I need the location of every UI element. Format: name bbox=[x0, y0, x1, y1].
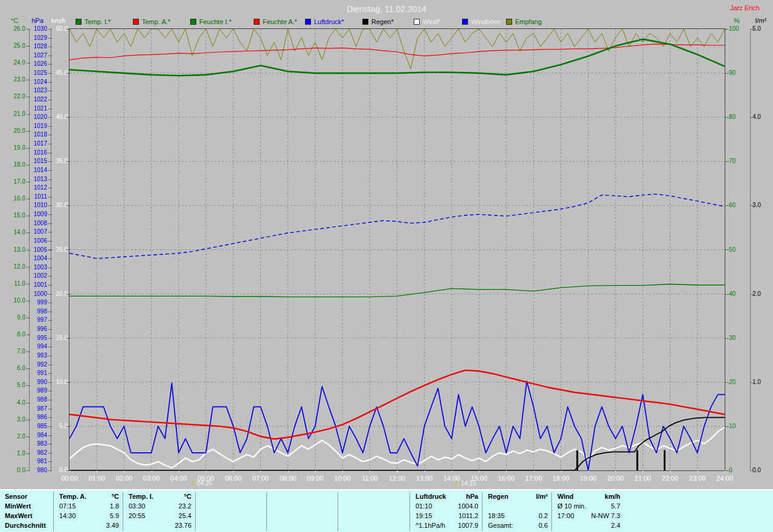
x-axis-label: 24:00 bbox=[716, 475, 733, 481]
x-axis-label: 16:00 bbox=[498, 475, 515, 481]
table-column-header: Temp. A.°C bbox=[53, 492, 123, 501]
x-axis-label: 10:00 bbox=[334, 475, 351, 481]
table-cell: 07:151.8 bbox=[53, 502, 123, 511]
axis-tick-label: 20.0 bbox=[14, 128, 25, 134]
axis-tick-label: 1005 bbox=[34, 247, 47, 253]
legend-label: Regen* bbox=[371, 19, 394, 25]
legend-item-temp-a[interactable]: Temp. A.* bbox=[133, 18, 170, 25]
axis-tick-label: 16.0 bbox=[14, 196, 25, 202]
axis-tick-label: 20 bbox=[729, 379, 736, 385]
table-cell: ^1.1hPa/h1007.9 bbox=[409, 521, 482, 530]
legend-item-windboeen[interactable]: Windböen bbox=[462, 18, 501, 25]
axis-tick-label: 1029 bbox=[34, 35, 47, 41]
cell-value: 23.76 bbox=[175, 521, 195, 530]
axis-tick-label: 1001 bbox=[34, 282, 47, 288]
axis-tick-label: 22.0 bbox=[14, 94, 25, 100]
axis-tick-label: 980 bbox=[37, 467, 47, 473]
axis-unit-hpa: hPa bbox=[31, 17, 43, 24]
table-cell: 23.76 bbox=[123, 521, 195, 530]
legend-item-luftdruck[interactable]: Luftdruck* bbox=[305, 18, 344, 25]
x-axis-label: 09:00 bbox=[307, 475, 324, 481]
table-cell bbox=[482, 502, 551, 511]
axis-ticks-hpa bbox=[48, 29, 52, 471]
x-axis-label: 01:00 bbox=[88, 475, 105, 481]
axis-tick-label: 1.0 bbox=[752, 379, 761, 385]
x-axis-label: 21:00 bbox=[635, 475, 652, 481]
axis-tick-label: 0.0 bbox=[17, 467, 25, 473]
table-cell: 3.49 bbox=[53, 521, 123, 530]
legend-item-feuchte-a[interactable]: Feuchte A.* bbox=[254, 18, 297, 25]
axis-tick-label: 5.0 bbox=[752, 26, 761, 32]
axis-tick-label: 15.0 bbox=[14, 213, 25, 219]
column-unit: °C bbox=[184, 492, 195, 501]
axis-tick-label: 70 bbox=[729, 158, 736, 164]
table-cell: 2.4 bbox=[551, 521, 624, 530]
marker-time: 04:35 bbox=[197, 480, 212, 487]
legend-item-regen[interactable]: Regen* bbox=[362, 18, 394, 25]
axis-tick-label: 1003 bbox=[34, 264, 47, 271]
cell-value: 5.9 bbox=[110, 511, 123, 521]
legend-item-empfang[interactable]: Empfang bbox=[506, 18, 542, 25]
axis-tick-label: 7.0 bbox=[17, 348, 25, 354]
axis-tick-label: 989 bbox=[37, 388, 47, 394]
table-cell: 17:00N-NW 7.3 bbox=[551, 511, 624, 521]
axis-tick-label: 987 bbox=[37, 406, 47, 412]
axis-ticks-percent bbox=[725, 29, 729, 471]
table-cell: 19:151011.2 bbox=[409, 511, 482, 521]
axis-tick-label: 995 bbox=[37, 335, 47, 341]
axis-tick-label: 1007 bbox=[34, 229, 47, 235]
temp-a-color-swatch bbox=[133, 19, 139, 25]
cell-value: 0.2 bbox=[539, 511, 551, 521]
cell-value: 5.7 bbox=[611, 502, 624, 511]
cell-time: 01:10 bbox=[409, 502, 432, 511]
cell-time: Ø 10 min. bbox=[551, 502, 586, 511]
rain-event-bar bbox=[637, 450, 638, 470]
axis-tick-label: 982 bbox=[37, 450, 47, 456]
axis-tick-label: 4.0 bbox=[17, 400, 25, 406]
legend-item-feuchte-i[interactable]: Feuchte I.* bbox=[190, 18, 231, 25]
legend-item-temp-i[interactable]: Temp. I.* bbox=[75, 18, 111, 25]
cell-time: 07:15 bbox=[53, 502, 76, 511]
column-name: Temp. A. bbox=[53, 492, 86, 501]
legend-item-wind[interactable]: Wind* bbox=[414, 18, 440, 25]
axis-tick-label: 1019 bbox=[34, 123, 47, 129]
axis-tick-label: 2.0 bbox=[752, 291, 761, 297]
axis-tick-label: 18.0 bbox=[14, 162, 25, 168]
table-cell: Gesamt:0.6 bbox=[482, 521, 551, 530]
empfang-color-swatch bbox=[506, 19, 512, 25]
table-cell: 14:305.9 bbox=[53, 511, 123, 521]
x-axis-label: 00:00 bbox=[61, 475, 78, 481]
axis-tick-label: 994 bbox=[37, 344, 47, 350]
axis-tick-label: 12.0 bbox=[14, 264, 25, 270]
table-column-separator bbox=[338, 492, 338, 531]
axis-tick-label: 60 bbox=[729, 202, 736, 208]
table-column-separator bbox=[266, 492, 267, 531]
axis-tick-label: 1.0 bbox=[17, 450, 25, 457]
axis-tick-label: 1000 bbox=[34, 291, 47, 297]
axis-unit-lm2: l/m² bbox=[755, 17, 766, 24]
cell-value: 1004.0 bbox=[458, 502, 482, 511]
axis-tick-label: 991 bbox=[37, 370, 47, 376]
regen-color-swatch bbox=[362, 19, 368, 25]
chart-plot-area[interactable] bbox=[69, 29, 725, 470]
column-name: Temp. I. bbox=[123, 492, 153, 501]
page-title: Dienstag, 11.02.2014 bbox=[347, 4, 426, 14]
column-unit: l/m² bbox=[536, 492, 551, 501]
x-axis-label: 19:00 bbox=[580, 475, 597, 481]
feuchte-i-color-swatch bbox=[190, 19, 196, 25]
x-axis-label: 04:00 bbox=[170, 475, 187, 481]
axis-tick-label: 11.0 bbox=[14, 281, 25, 287]
column-name: Luftdruck bbox=[409, 492, 446, 501]
axis-unit-temp_c: °C bbox=[11, 17, 18, 24]
axis-tick-label: 40 bbox=[729, 291, 736, 297]
axis-ticks-lm2 bbox=[750, 29, 754, 471]
x-axis-ticks bbox=[69, 470, 725, 473]
time-marker-0435: ▼04:35 bbox=[191, 480, 212, 487]
axis-tick-label: 1026 bbox=[34, 61, 47, 67]
x-axis-label: 22:00 bbox=[662, 475, 679, 481]
cell-time: 18:35 bbox=[482, 511, 505, 521]
legend-label: Temp. A.* bbox=[142, 19, 170, 25]
cell-value: 1.8 bbox=[110, 502, 123, 511]
axis-tick-label: 30 bbox=[729, 335, 736, 341]
table-row-header: MinWert bbox=[5, 502, 52, 511]
